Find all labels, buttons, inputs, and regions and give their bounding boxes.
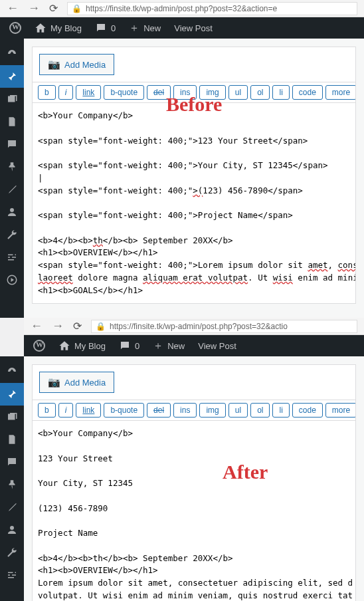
sidebar-pages[interactable] — [0, 428, 24, 451]
back-icon[interactable]: ← — [7, 1, 19, 15]
sidebar-posts[interactable] — [0, 65, 24, 88]
sidebar-dashboard[interactable] — [0, 360, 24, 383]
admin-sidebar-after — [0, 356, 24, 601]
li-button[interactable]: li — [272, 403, 289, 418]
pin-icon — [6, 70, 18, 82]
comment-icon — [119, 340, 131, 352]
play-icon — [6, 274, 18, 286]
sidebar-collapse[interactable] — [0, 269, 24, 291]
link-button[interactable]: link — [76, 403, 101, 418]
camera-icon: 📷 — [48, 376, 60, 388]
forward-icon[interactable]: → — [28, 1, 40, 15]
url-bar[interactable]: 🔒 https://finsite.tk/wp-admin/post.php?p… — [91, 320, 357, 333]
new-link[interactable]: ＋ New — [125, 21, 165, 35]
new-label: New — [143, 23, 161, 33]
bquote-button[interactable]: b-quote — [104, 85, 144, 100]
more-button[interactable]: more — [325, 403, 355, 418]
b-button[interactable]: b — [38, 85, 56, 100]
comment-icon — [95, 22, 107, 34]
sidebar-settings[interactable] — [0, 246, 24, 269]
forward-icon[interactable]: → — [52, 319, 64, 333]
site-link[interactable]: My Blog — [31, 22, 86, 34]
lock-icon: 🔒 — [72, 4, 82, 13]
comments-link[interactable]: 0 — [115, 340, 143, 352]
sidebar-appearance[interactable] — [0, 178, 24, 201]
link-button[interactable]: link — [76, 85, 101, 100]
sidebar-tools[interactable] — [0, 541, 24, 564]
sliders-icon — [6, 251, 18, 263]
sidebar-portfolio[interactable] — [0, 473, 24, 496]
ol-button[interactable]: ol — [250, 85, 270, 100]
site-link[interactable]: My Blog — [54, 340, 110, 352]
admin-bar: My Blog 0 ＋ New View Post — [0, 17, 364, 39]
brush-icon — [6, 183, 18, 195]
b-button[interactable]: b — [38, 403, 56, 418]
code-button[interactable]: code — [292, 403, 323, 418]
quicktags-toolbar: b i link b-quote del ins img ul ol li co… — [33, 400, 355, 421]
page-icon — [6, 433, 18, 445]
editor-content-after: 📷 Add Media b i link b-quote del ins img… — [24, 356, 364, 601]
comments-link[interactable]: 0 — [91, 22, 120, 34]
wrench-icon — [6, 546, 18, 558]
site-name: My Blog — [74, 341, 106, 351]
editor-content: 📷 Add Media b i link b-quote del ins img… — [24, 39, 364, 318]
sidebar-tools[interactable] — [0, 223, 24, 246]
ul-button[interactable]: ul — [228, 403, 248, 418]
wp-logo[interactable] — [29, 340, 49, 352]
code-button[interactable]: code — [292, 85, 323, 100]
del-button[interactable]: del — [147, 403, 171, 418]
after-label: After — [223, 461, 268, 483]
pushpin-icon — [6, 161, 18, 173]
view-post-link[interactable]: View Post — [194, 341, 240, 351]
plus-icon: ＋ — [129, 21, 139, 35]
bquote-button[interactable]: b-quote — [104, 403, 144, 418]
sidebar-media[interactable] — [0, 88, 24, 110]
chat-icon — [6, 138, 18, 150]
user-icon — [6, 524, 18, 536]
home-icon — [58, 340, 70, 352]
sidebar-pages[interactable] — [0, 110, 24, 133]
sidebar-posts[interactable] — [0, 383, 24, 406]
ol-button[interactable]: ol — [250, 403, 270, 418]
view-post-link[interactable]: View Post — [170, 23, 217, 33]
sidebar-comments[interactable] — [0, 133, 24, 156]
sidebar-users[interactable] — [0, 201, 24, 223]
new-label: New — [167, 341, 185, 351]
i-button[interactable]: i — [58, 403, 74, 418]
comment-count: 0 — [111, 23, 116, 33]
i-button[interactable]: i — [58, 85, 74, 100]
li-button[interactable]: li — [272, 85, 289, 100]
sidebar-users[interactable] — [0, 519, 24, 541]
text-editor-after[interactable]: <b>Your Company</b> 123 Your Street Your… — [33, 421, 355, 601]
sidebar-portfolio[interactable] — [0, 156, 24, 178]
reload-icon[interactable]: ⟳ — [49, 2, 58, 15]
url-bar[interactable]: 🔒 https://finsite.tk/wp-admin/post.php?p… — [67, 2, 357, 15]
ul-button[interactable]: ul — [228, 85, 248, 100]
sidebar-appearance[interactable] — [0, 496, 24, 519]
add-media-button[interactable]: 📷 Add Media — [39, 372, 114, 393]
browser-toolbar: ← → ⟳ 🔒 https://finsite.tk/wp-admin/post… — [0, 0, 364, 17]
add-media-button[interactable]: 📷 Add Media — [39, 54, 114, 75]
add-media-label: Add Media — [64, 60, 106, 70]
home-icon — [35, 22, 46, 34]
chat-icon — [6, 456, 18, 468]
sidebar-settings[interactable] — [0, 564, 24, 586]
back-icon[interactable]: ← — [31, 319, 43, 333]
camera-icon: 📷 — [48, 59, 60, 70]
text-editor[interactable]: <b>Your Company</b> <span style="font-we… — [33, 103, 355, 303]
sidebar-media[interactable] — [0, 406, 24, 428]
user-icon — [6, 206, 18, 218]
url-text: https://finsite.tk/wp-admin/post.php?pos… — [86, 4, 277, 13]
new-link[interactable]: ＋ New — [149, 339, 189, 353]
sidebar-comments[interactable] — [0, 451, 24, 473]
ins-button[interactable]: ins — [173, 403, 197, 418]
media-icon — [6, 411, 18, 423]
sliders-icon — [6, 569, 18, 581]
more-button[interactable]: more — [325, 85, 355, 100]
sidebar-dashboard[interactable] — [0, 43, 24, 65]
reload-icon[interactable]: ⟳ — [73, 320, 82, 332]
admin-sidebar — [0, 39, 24, 318]
wp-logo[interactable] — [5, 22, 25, 34]
pin-icon — [6, 388, 18, 400]
img-button[interactable]: img — [199, 403, 225, 418]
